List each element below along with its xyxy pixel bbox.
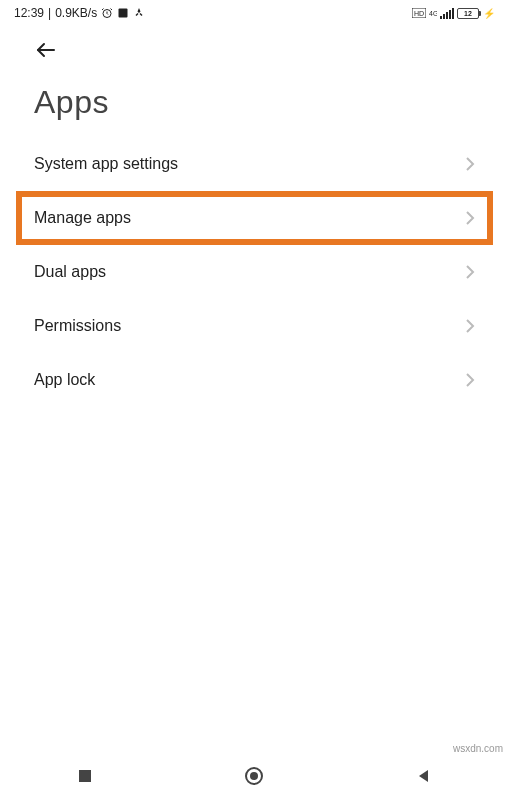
svg-marker-14 bbox=[419, 770, 428, 782]
back-button[interactable] bbox=[34, 38, 58, 62]
list-item-label: App lock bbox=[34, 371, 95, 389]
chevron-right-icon bbox=[465, 372, 475, 388]
nav-home-button[interactable] bbox=[224, 756, 284, 796]
svg-rect-7 bbox=[446, 12, 448, 19]
status-right: HD 4G 12 ⚡ bbox=[412, 8, 495, 19]
svg-text:4G: 4G bbox=[429, 10, 437, 17]
svg-rect-9 bbox=[452, 8, 454, 19]
sync-icon bbox=[117, 7, 129, 19]
rocket-icon bbox=[133, 7, 145, 19]
svg-text:HD: HD bbox=[414, 10, 424, 17]
list-item-label: Manage apps bbox=[34, 209, 131, 227]
charging-icon: ⚡ bbox=[483, 8, 495, 19]
hd-icon: HD bbox=[412, 8, 426, 18]
chevron-right-icon bbox=[465, 210, 475, 226]
chevron-right-icon bbox=[465, 264, 475, 280]
nav-recents-button[interactable] bbox=[55, 756, 115, 796]
chevron-right-icon bbox=[465, 318, 475, 334]
page-title: Apps bbox=[0, 66, 509, 137]
svg-rect-5 bbox=[440, 16, 442, 19]
list-item-label: Dual apps bbox=[34, 263, 106, 281]
status-left: 12:39 | 0.9KB/s bbox=[14, 6, 145, 20]
nav-back-button[interactable] bbox=[394, 756, 454, 796]
status-time: 12:39 bbox=[14, 6, 44, 20]
signal-4g-icon: 4G bbox=[429, 8, 437, 18]
svg-rect-1 bbox=[119, 9, 128, 18]
list-item-label: System app settings bbox=[34, 155, 178, 173]
header bbox=[0, 24, 509, 66]
list-item-app-lock[interactable]: App lock bbox=[0, 353, 509, 407]
status-speed: 0.9KB/s bbox=[55, 6, 97, 20]
status-bar: 12:39 | 0.9KB/s HD 4G 12 ⚡ bbox=[0, 0, 509, 24]
status-separator: | bbox=[48, 6, 51, 20]
circle-icon bbox=[244, 766, 264, 786]
svg-rect-6 bbox=[443, 14, 445, 19]
list-item-dual-apps[interactable]: Dual apps bbox=[0, 245, 509, 299]
triangle-left-icon bbox=[416, 768, 432, 784]
svg-rect-8 bbox=[449, 10, 451, 19]
signal-bars-icon bbox=[440, 8, 454, 19]
arrow-left-icon bbox=[34, 38, 58, 62]
settings-list: System app settings Manage apps Dual app… bbox=[0, 137, 509, 407]
square-icon bbox=[77, 768, 93, 784]
alarm-icon bbox=[101, 7, 113, 19]
list-item-permissions[interactable]: Permissions bbox=[0, 299, 509, 353]
chevron-right-icon bbox=[465, 156, 475, 172]
watermark: wsxdn.com bbox=[453, 743, 503, 754]
navigation-bar bbox=[0, 756, 509, 796]
svg-point-13 bbox=[250, 772, 258, 780]
list-item-manage-apps[interactable]: Manage apps bbox=[16, 191, 493, 245]
svg-rect-11 bbox=[79, 770, 91, 782]
list-item-system-app-settings[interactable]: System app settings bbox=[0, 137, 509, 191]
battery-icon: 12 bbox=[457, 8, 479, 19]
list-item-label: Permissions bbox=[34, 317, 121, 335]
